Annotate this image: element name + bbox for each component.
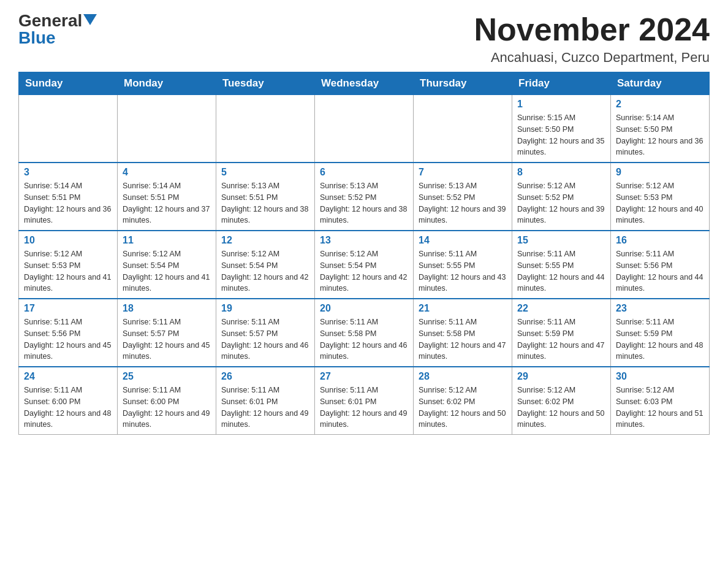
day-cell-30-4-6: 30Sunrise: 5:12 AMSunset: 6:03 PMDayligh…: [611, 367, 710, 435]
svg-marker-0: [83, 14, 97, 25]
day-cell-21-3-4: 21Sunrise: 5:11 AMSunset: 5:58 PMDayligh…: [414, 299, 512, 367]
day-cell-27-4-3: 27Sunrise: 5:11 AMSunset: 6:01 PMDayligh…: [315, 367, 414, 435]
header-friday: Friday: [512, 72, 611, 95]
day-cell-empty-0-4: [414, 95, 512, 163]
logo: General Blue: [18, 12, 97, 47]
day-number: 19: [221, 303, 309, 314]
day-cell-23-3-6: 23Sunrise: 5:11 AMSunset: 5:59 PMDayligh…: [611, 299, 710, 367]
day-info: Sunrise: 5:12 AMSunset: 6:02 PMDaylight:…: [517, 385, 605, 431]
day-info: Sunrise: 5:14 AMSunset: 5:51 PMDaylight:…: [123, 180, 211, 226]
day-cell-29-4-5: 29Sunrise: 5:12 AMSunset: 6:02 PMDayligh…: [512, 367, 611, 435]
day-info: Sunrise: 5:13 AMSunset: 5:51 PMDaylight:…: [221, 180, 309, 226]
day-info: Sunrise: 5:12 AMSunset: 5:53 PMDaylight:…: [616, 180, 704, 226]
header-saturday: Saturday: [611, 72, 710, 95]
day-info: Sunrise: 5:11 AMSunset: 6:01 PMDaylight:…: [320, 385, 408, 431]
day-cell-20-3-3: 20Sunrise: 5:11 AMSunset: 5:58 PMDayligh…: [315, 299, 414, 367]
day-cell-25-4-1: 25Sunrise: 5:11 AMSunset: 6:00 PMDayligh…: [118, 367, 216, 435]
day-number: 6: [320, 167, 408, 178]
day-info: Sunrise: 5:11 AMSunset: 5:55 PMDaylight:…: [517, 248, 605, 294]
header-sunday: Sunday: [19, 72, 118, 95]
day-cell-19-3-2: 19Sunrise: 5:11 AMSunset: 5:57 PMDayligh…: [216, 299, 315, 367]
month-title: November 2024: [474, 12, 710, 47]
day-info: Sunrise: 5:14 AMSunset: 5:50 PMDaylight:…: [616, 112, 704, 158]
day-cell-1-0-5: 1Sunrise: 5:15 AMSunset: 5:50 PMDaylight…: [512, 95, 611, 163]
day-info: Sunrise: 5:11 AMSunset: 6:01 PMDaylight:…: [221, 385, 309, 431]
day-number: 26: [221, 371, 309, 382]
day-info: Sunrise: 5:11 AMSunset: 5:56 PMDaylight:…: [616, 248, 704, 294]
header-tuesday: Tuesday: [216, 72, 315, 95]
header-thursday: Thursday: [414, 72, 512, 95]
day-number: 2: [616, 99, 704, 110]
day-number: 25: [123, 371, 211, 382]
day-number: 10: [24, 235, 112, 246]
day-number: 11: [123, 235, 211, 246]
day-cell-4-1-1: 4Sunrise: 5:14 AMSunset: 5:51 PMDaylight…: [118, 163, 216, 231]
day-info: Sunrise: 5:11 AMSunset: 5:57 PMDaylight:…: [123, 316, 211, 362]
day-info: Sunrise: 5:11 AMSunset: 5:57 PMDaylight:…: [221, 316, 309, 362]
day-info: Sunrise: 5:12 AMSunset: 5:52 PMDaylight:…: [517, 180, 605, 226]
day-number: 28: [419, 371, 507, 382]
day-info: Sunrise: 5:11 AMSunset: 5:59 PMDaylight:…: [517, 316, 605, 362]
day-cell-9-1-6: 9Sunrise: 5:12 AMSunset: 5:53 PMDaylight…: [611, 163, 710, 231]
day-cell-5-1-2: 5Sunrise: 5:13 AMSunset: 5:51 PMDaylight…: [216, 163, 315, 231]
day-info: Sunrise: 5:15 AMSunset: 5:50 PMDaylight:…: [517, 112, 605, 158]
day-cell-16-2-6: 16Sunrise: 5:11 AMSunset: 5:56 PMDayligh…: [611, 231, 710, 299]
day-cell-14-2-4: 14Sunrise: 5:11 AMSunset: 5:55 PMDayligh…: [414, 231, 512, 299]
day-cell-8-1-5: 8Sunrise: 5:12 AMSunset: 5:52 PMDaylight…: [512, 163, 611, 231]
day-info: Sunrise: 5:13 AMSunset: 5:52 PMDaylight:…: [419, 180, 507, 226]
day-info: Sunrise: 5:11 AMSunset: 5:58 PMDaylight:…: [419, 316, 507, 362]
day-cell-empty-0-1: [118, 95, 216, 163]
day-info: Sunrise: 5:12 AMSunset: 5:54 PMDaylight:…: [221, 248, 309, 294]
day-number: 7: [419, 167, 507, 178]
day-cell-18-3-1: 18Sunrise: 5:11 AMSunset: 5:57 PMDayligh…: [118, 299, 216, 367]
day-cell-2-0-6: 2Sunrise: 5:14 AMSunset: 5:50 PMDaylight…: [611, 95, 710, 163]
week-row-5: 24Sunrise: 5:11 AMSunset: 6:00 PMDayligh…: [19, 367, 710, 435]
day-number: 4: [123, 167, 211, 178]
day-number: 16: [616, 235, 704, 246]
day-cell-12-2-2: 12Sunrise: 5:12 AMSunset: 5:54 PMDayligh…: [216, 231, 315, 299]
day-info: Sunrise: 5:12 AMSunset: 5:54 PMDaylight:…: [320, 248, 408, 294]
day-cell-10-2-0: 10Sunrise: 5:12 AMSunset: 5:53 PMDayligh…: [19, 231, 118, 299]
day-number: 5: [221, 167, 309, 178]
day-number: 30: [616, 371, 704, 382]
day-info: Sunrise: 5:11 AMSunset: 6:00 PMDaylight:…: [123, 385, 211, 431]
day-info: Sunrise: 5:12 AMSunset: 5:54 PMDaylight:…: [123, 248, 211, 294]
day-number: 15: [517, 235, 605, 246]
day-cell-24-4-0: 24Sunrise: 5:11 AMSunset: 6:00 PMDayligh…: [19, 367, 118, 435]
week-row-2: 3Sunrise: 5:14 AMSunset: 5:51 PMDaylight…: [19, 163, 710, 231]
day-number: 14: [419, 235, 507, 246]
day-number: 8: [517, 167, 605, 178]
day-info: Sunrise: 5:11 AMSunset: 5:55 PMDaylight:…: [419, 248, 507, 294]
day-cell-22-3-5: 22Sunrise: 5:11 AMSunset: 5:59 PMDayligh…: [512, 299, 611, 367]
day-cell-13-2-3: 13Sunrise: 5:12 AMSunset: 5:54 PMDayligh…: [315, 231, 414, 299]
day-number: 17: [24, 303, 112, 314]
day-number: 29: [517, 371, 605, 382]
title-block: November 2024 Ancahuasi, Cuzco Departmen…: [474, 12, 710, 66]
day-number: 13: [320, 235, 408, 246]
day-info: Sunrise: 5:12 AMSunset: 6:03 PMDaylight:…: [616, 385, 704, 431]
calendar-table: SundayMondayTuesdayWednesdayThursdayFrid…: [18, 72, 710, 435]
day-info: Sunrise: 5:11 AMSunset: 5:56 PMDaylight:…: [24, 316, 112, 362]
day-cell-empty-0-3: [315, 95, 414, 163]
location-text: Ancahuasi, Cuzco Department, Peru: [474, 50, 710, 66]
day-cell-15-2-5: 15Sunrise: 5:11 AMSunset: 5:55 PMDayligh…: [512, 231, 611, 299]
day-cell-11-2-1: 11Sunrise: 5:12 AMSunset: 5:54 PMDayligh…: [118, 231, 216, 299]
day-cell-6-1-3: 6Sunrise: 5:13 AMSunset: 5:52 PMDaylight…: [315, 163, 414, 231]
day-number: 12: [221, 235, 309, 246]
week-row-4: 17Sunrise: 5:11 AMSunset: 5:56 PMDayligh…: [19, 299, 710, 367]
header-wednesday: Wednesday: [315, 72, 414, 95]
day-info: Sunrise: 5:14 AMSunset: 5:51 PMDaylight:…: [24, 180, 112, 226]
day-cell-28-4-4: 28Sunrise: 5:12 AMSunset: 6:02 PMDayligh…: [414, 367, 512, 435]
day-cell-7-1-4: 7Sunrise: 5:13 AMSunset: 5:52 PMDaylight…: [414, 163, 512, 231]
day-number: 18: [123, 303, 211, 314]
week-row-1: 1Sunrise: 5:15 AMSunset: 5:50 PMDaylight…: [19, 95, 710, 163]
day-number: 24: [24, 371, 112, 382]
day-number: 9: [616, 167, 704, 178]
week-row-3: 10Sunrise: 5:12 AMSunset: 5:53 PMDayligh…: [19, 231, 710, 299]
logo-blue-text: Blue: [18, 29, 56, 47]
day-info: Sunrise: 5:11 AMSunset: 5:58 PMDaylight:…: [320, 316, 408, 362]
day-number: 3: [24, 167, 112, 178]
day-cell-3-1-0: 3Sunrise: 5:14 AMSunset: 5:51 PMDaylight…: [19, 163, 118, 231]
day-cell-26-4-2: 26Sunrise: 5:11 AMSunset: 6:01 PMDayligh…: [216, 367, 315, 435]
day-number: 23: [616, 303, 704, 314]
